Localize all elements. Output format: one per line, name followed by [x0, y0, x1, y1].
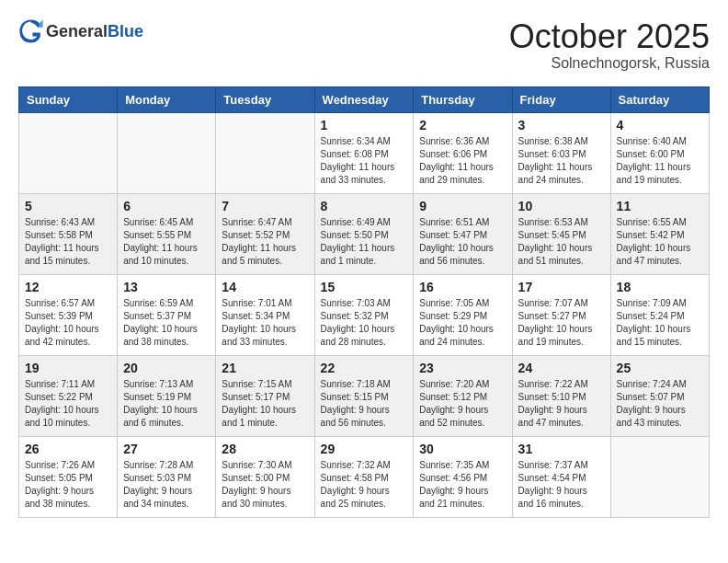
- cell-day-info: Sunrise: 7:28 AM Sunset: 5:03 PM Dayligh…: [123, 459, 210, 511]
- cell-day-number: 25: [617, 361, 703, 375]
- cell-day-info: Sunrise: 7:20 AM Sunset: 5:12 PM Dayligh…: [419, 378, 506, 430]
- cell-day-number: 30: [419, 442, 506, 456]
- cell-day-info: Sunrise: 6:57 AM Sunset: 5:39 PM Dayligh…: [25, 297, 111, 349]
- cell-day-info: Sunrise: 7:30 AM Sunset: 5:00 PM Dayligh…: [222, 459, 308, 511]
- cell-day-number: 26: [25, 442, 111, 456]
- calendar-cell: 16Sunrise: 7:05 AM Sunset: 5:29 PM Dayli…: [414, 274, 512, 355]
- cell-day-number: 2: [419, 118, 506, 132]
- cell-day-number: 24: [518, 361, 605, 375]
- calendar-cell: 3Sunrise: 6:38 AM Sunset: 6:03 PM Daylig…: [512, 112, 610, 193]
- cell-day-info: Sunrise: 7:18 AM Sunset: 5:15 PM Dayligh…: [321, 378, 408, 430]
- cell-day-number: 15: [321, 280, 408, 294]
- cell-day-number: 23: [419, 361, 506, 375]
- cell-day-info: Sunrise: 7:13 AM Sunset: 5:19 PM Dayligh…: [123, 378, 210, 430]
- calendar-cell: [216, 112, 314, 193]
- cell-day-info: Sunrise: 7:05 AM Sunset: 5:29 PM Dayligh…: [419, 297, 506, 349]
- logo-blue: Blue: [108, 22, 143, 40]
- cell-day-number: 1: [321, 118, 408, 132]
- calendar-cell: 5Sunrise: 6:43 AM Sunset: 5:58 PM Daylig…: [19, 193, 118, 274]
- calendar: SundayMondayTuesdayWednesdayThursdayFrid…: [18, 86, 710, 518]
- calendar-cell: 4Sunrise: 6:40 AM Sunset: 6:00 PM Daylig…: [610, 112, 709, 193]
- logo-icon: [18, 18, 44, 44]
- calendar-cell: 2Sunrise: 6:36 AM Sunset: 6:06 PM Daylig…: [414, 112, 512, 193]
- cell-day-info: Sunrise: 7:09 AM Sunset: 5:24 PM Dayligh…: [617, 297, 703, 349]
- cell-day-info: Sunrise: 7:22 AM Sunset: 5:10 PM Dayligh…: [518, 378, 605, 430]
- cell-day-info: Sunrise: 6:51 AM Sunset: 5:47 PM Dayligh…: [419, 216, 506, 268]
- calendar-cell: 28Sunrise: 7:30 AM Sunset: 5:00 PM Dayli…: [216, 436, 314, 517]
- calendar-cell: 12Sunrise: 6:57 AM Sunset: 5:39 PM Dayli…: [19, 274, 118, 355]
- svg-marker-0: [39, 19, 42, 27]
- calendar-week-row: 12Sunrise: 6:57 AM Sunset: 5:39 PM Dayli…: [19, 274, 710, 355]
- cell-day-number: 7: [222, 199, 308, 213]
- calendar-cell: 1Sunrise: 6:34 AM Sunset: 6:08 PM Daylig…: [314, 112, 414, 193]
- location: Solnechnogorsk, Russia: [509, 55, 710, 72]
- calendar-cell: 8Sunrise: 6:49 AM Sunset: 5:50 PM Daylig…: [314, 193, 414, 274]
- column-header-saturday: Saturday: [610, 86, 709, 112]
- cell-day-info: Sunrise: 6:55 AM Sunset: 5:42 PM Dayligh…: [617, 216, 703, 268]
- calendar-cell: 6Sunrise: 6:45 AM Sunset: 5:55 PM Daylig…: [118, 193, 216, 274]
- cell-day-info: Sunrise: 7:24 AM Sunset: 5:07 PM Dayligh…: [617, 378, 703, 430]
- cell-day-info: Sunrise: 6:53 AM Sunset: 5:45 PM Dayligh…: [518, 216, 605, 268]
- cell-day-number: 31: [518, 442, 605, 456]
- cell-day-number: 19: [25, 361, 111, 375]
- calendar-cell: 29Sunrise: 7:32 AM Sunset: 4:58 PM Dayli…: [314, 436, 414, 517]
- column-header-friday: Friday: [512, 86, 610, 112]
- calendar-cell: [19, 112, 118, 193]
- calendar-week-row: 26Sunrise: 7:26 AM Sunset: 5:05 PM Dayli…: [19, 436, 710, 517]
- cell-day-number: 27: [123, 442, 210, 456]
- logo-general: General: [46, 22, 108, 40]
- calendar-cell: [118, 112, 216, 193]
- cell-day-info: Sunrise: 7:26 AM Sunset: 5:05 PM Dayligh…: [25, 459, 111, 511]
- cell-day-info: Sunrise: 7:07 AM Sunset: 5:27 PM Dayligh…: [518, 297, 605, 349]
- cell-day-number: 5: [25, 199, 111, 213]
- logo: GeneralBlue: [18, 18, 143, 44]
- cell-day-info: Sunrise: 6:38 AM Sunset: 6:03 PM Dayligh…: [518, 135, 605, 187]
- column-header-wednesday: Wednesday: [314, 86, 414, 112]
- cell-day-number: 18: [617, 280, 703, 294]
- cell-day-info: Sunrise: 7:03 AM Sunset: 5:32 PM Dayligh…: [321, 297, 408, 349]
- column-header-tuesday: Tuesday: [216, 86, 314, 112]
- calendar-cell: 22Sunrise: 7:18 AM Sunset: 5:15 PM Dayli…: [314, 355, 414, 436]
- calendar-cell: 26Sunrise: 7:26 AM Sunset: 5:05 PM Dayli…: [19, 436, 118, 517]
- column-header-thursday: Thursday: [414, 86, 512, 112]
- calendar-week-row: 5Sunrise: 6:43 AM Sunset: 5:58 PM Daylig…: [19, 193, 710, 274]
- cell-day-number: 9: [419, 199, 506, 213]
- cell-day-info: Sunrise: 6:45 AM Sunset: 5:55 PM Dayligh…: [123, 216, 210, 268]
- cell-day-info: Sunrise: 7:37 AM Sunset: 4:54 PM Dayligh…: [518, 459, 605, 511]
- cell-day-number: 10: [518, 199, 605, 213]
- calendar-cell: 23Sunrise: 7:20 AM Sunset: 5:12 PM Dayli…: [414, 355, 512, 436]
- calendar-cell: 18Sunrise: 7:09 AM Sunset: 5:24 PM Dayli…: [610, 274, 709, 355]
- cell-day-number: 22: [321, 361, 408, 375]
- calendar-cell: [610, 436, 709, 517]
- cell-day-number: 4: [617, 118, 703, 132]
- cell-day-number: 29: [321, 442, 408, 456]
- cell-day-number: 28: [222, 442, 308, 456]
- column-header-sunday: Sunday: [19, 86, 118, 112]
- calendar-week-row: 1Sunrise: 6:34 AM Sunset: 6:08 PM Daylig…: [19, 112, 710, 193]
- calendar-cell: 19Sunrise: 7:11 AM Sunset: 5:22 PM Dayli…: [19, 355, 118, 436]
- cell-day-info: Sunrise: 7:15 AM Sunset: 5:17 PM Dayligh…: [222, 378, 308, 430]
- calendar-cell: 24Sunrise: 7:22 AM Sunset: 5:10 PM Dayli…: [512, 355, 610, 436]
- calendar-cell: 25Sunrise: 7:24 AM Sunset: 5:07 PM Dayli…: [610, 355, 709, 436]
- cell-day-number: 3: [518, 118, 605, 132]
- month-title: October 2025: [509, 18, 710, 55]
- cell-day-info: Sunrise: 7:11 AM Sunset: 5:22 PM Dayligh…: [25, 378, 111, 430]
- cell-day-info: Sunrise: 6:43 AM Sunset: 5:58 PM Dayligh…: [25, 216, 111, 268]
- cell-day-number: 13: [123, 280, 210, 294]
- calendar-cell: 11Sunrise: 6:55 AM Sunset: 5:42 PM Dayli…: [610, 193, 709, 274]
- cell-day-info: Sunrise: 6:49 AM Sunset: 5:50 PM Dayligh…: [321, 216, 408, 268]
- cell-day-info: Sunrise: 7:35 AM Sunset: 4:56 PM Dayligh…: [419, 459, 506, 511]
- calendar-cell: 27Sunrise: 7:28 AM Sunset: 5:03 PM Dayli…: [118, 436, 216, 517]
- page-header: GeneralBlue October 2025 Solnechnogorsk,…: [18, 18, 710, 72]
- cell-day-info: Sunrise: 7:32 AM Sunset: 4:58 PM Dayligh…: [321, 459, 408, 511]
- calendar-cell: 14Sunrise: 7:01 AM Sunset: 5:34 PM Dayli…: [216, 274, 314, 355]
- calendar-cell: 30Sunrise: 7:35 AM Sunset: 4:56 PM Dayli…: [414, 436, 512, 517]
- cell-day-info: Sunrise: 6:40 AM Sunset: 6:00 PM Dayligh…: [617, 135, 703, 187]
- calendar-cell: 20Sunrise: 7:13 AM Sunset: 5:19 PM Dayli…: [118, 355, 216, 436]
- cell-day-number: 14: [222, 280, 308, 294]
- calendar-cell: 9Sunrise: 6:51 AM Sunset: 5:47 PM Daylig…: [414, 193, 512, 274]
- title-section: October 2025 Solnechnogorsk, Russia: [509, 18, 710, 72]
- calendar-cell: 17Sunrise: 7:07 AM Sunset: 5:27 PM Dayli…: [512, 274, 610, 355]
- calendar-cell: 7Sunrise: 6:47 AM Sunset: 5:52 PM Daylig…: [216, 193, 314, 274]
- cell-day-number: 8: [321, 199, 408, 213]
